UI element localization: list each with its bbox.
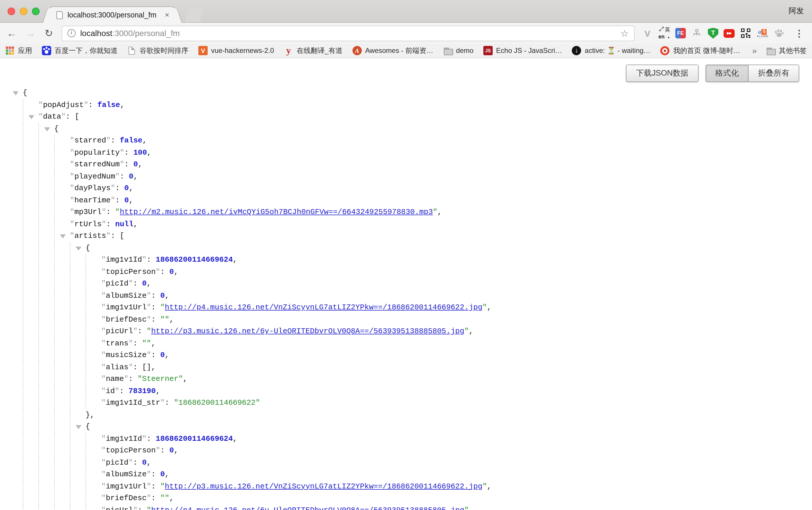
- json-line: "rtUrls": null,: [0, 218, 812, 230]
- json-line: "picUrl": "http://p4.music.126.net/6y-Ul…: [0, 505, 812, 510]
- extensions-row: V 英en FE T ▶▶ a5 PLAYER: [642, 27, 785, 39]
- close-window-button[interactable]: [7, 7, 15, 15]
- reload-button[interactable]: ↻: [43, 28, 55, 38]
- bookmark-item[interactable]: 应用: [5, 46, 32, 56]
- json-line: "img1v1Id_str": "18686200114669622": [0, 397, 812, 409]
- json-line: "alias": [],: [0, 361, 812, 373]
- url-path: :3000/personal_fm: [112, 29, 180, 38]
- back-button[interactable]: ←: [6, 28, 18, 38]
- video-speed-extension-icon[interactable]: ▶▶: [724, 29, 735, 37]
- json-line: {: [0, 421, 812, 433]
- html5-player-extension-icon[interactable]: a5 PLAYER: [757, 27, 768, 39]
- json-line: "mp3Url": "http://m2.music.126.net/ivMcQ…: [0, 206, 812, 218]
- json-tree: {"popAdjust": false,"data": [{"starred":…: [0, 87, 812, 510]
- bookmark-item[interactable]: Echo JS - JavaScri…: [483, 46, 562, 55]
- collapse-arrow-icon[interactable]: [76, 246, 81, 253]
- zoom-window-button[interactable]: [32, 7, 39, 15]
- bookmark-item[interactable]: 在线翻译_有道: [284, 46, 342, 56]
- url-text[interactable]: localhost:3000/personal_fm: [80, 29, 180, 38]
- json-line: "img1v1Id": 18686200114669624,: [0, 433, 812, 445]
- json-line: "img1v1Id": 18686200114669624,: [0, 254, 812, 266]
- json-line: "topicPerson": 0,: [0, 445, 812, 457]
- bookmark-item[interactable]: 谷歌按时间排序: [127, 46, 188, 56]
- json-url-link[interactable]: http://p3.music.126.net/6y-UleORITEDbvrO…: [151, 327, 464, 335]
- json-line: "popularity": 100,: [0, 147, 812, 159]
- profile-name[interactable]: 阿发: [789, 6, 804, 16]
- info-icon[interactable]: i: [67, 29, 76, 37]
- json-line: "briefDesc": "",: [0, 492, 812, 505]
- browser-toolbar: ← → ↻ i localhost:3000/personal_fm ☆ V 英…: [0, 23, 812, 43]
- json-line: "topicPerson": 0,: [0, 266, 812, 278]
- qrcode-extension-icon[interactable]: [740, 27, 752, 39]
- other-bookmarks-button[interactable]: 其他书签: [766, 46, 807, 56]
- json-url-link[interactable]: http://p3.music.126.net/VnZiScyynLG7atLI…: [165, 482, 483, 490]
- bookmark-label: Echo JS - JavaScri…: [496, 47, 562, 55]
- collapse-arrow-icon[interactable]: [44, 127, 50, 134]
- collapse-arrow-icon[interactable]: [13, 91, 19, 98]
- json-line: "briefDesc": "",: [0, 314, 812, 326]
- translate-extension-icon[interactable]: 英en: [659, 27, 670, 39]
- tab-title: localhost:3000/personal_fm: [67, 11, 156, 19]
- json-line: "picId": 0,: [0, 278, 812, 290]
- json-line: "data": [: [0, 111, 812, 123]
- url-bar[interactable]: i localhost:3000/personal_fm ☆: [62, 25, 635, 41]
- collapse-arrow-icon[interactable]: [60, 234, 66, 241]
- json-line: "musicSize": 0,: [0, 350, 812, 361]
- json-line: "starredNum": 0,: [0, 159, 812, 171]
- bookmark-label: 百度一下，你就知道: [55, 46, 117, 56]
- tab-close-icon[interactable]: ×: [164, 10, 170, 19]
- fe-helper-icon[interactable]: FE: [675, 28, 686, 38]
- paw-extension-icon[interactable]: [774, 27, 785, 39]
- json-line: },: [0, 409, 812, 421]
- bookmark-label: 我的首页 微博-随时…: [673, 46, 741, 56]
- bookmark-item[interactable]: 我的首页 微博-随时…: [661, 46, 741, 56]
- bookmarks-bar: 应用百度一下，你就知道谷歌按时间排序vue-hackernews-2.0在线翻译…: [0, 43, 812, 58]
- title-bar: localhost:3000/personal_fm × 阿发: [0, 0, 812, 23]
- sitemap-extension-icon[interactable]: [691, 27, 703, 39]
- json-line: "albumSize": 0,: [0, 290, 812, 302]
- json-url-link[interactable]: http://p4.music.126.net/6y-UleORITEDbvrO…: [151, 506, 464, 510]
- collapse-arrow-icon[interactable]: [29, 115, 34, 122]
- bookmark-label: vue-hackernews-2.0: [211, 47, 274, 55]
- json-url-link[interactable]: http://m2.music.126.net/ivMcQYiG5oh7BCJh…: [120, 208, 433, 216]
- bookmark-item[interactable]: 百度一下，你就知道: [42, 46, 117, 56]
- awesomes-icon: [352, 46, 362, 55]
- browser-tab[interactable]: localhost:3000/personal_fm ×: [49, 6, 176, 23]
- echojs-icon: [483, 46, 493, 55]
- baidu-icon: [42, 46, 51, 55]
- json-line: "name": "Steerner",: [0, 373, 812, 385]
- collapse-all-button[interactable]: 折叠所有: [748, 64, 799, 82]
- json-line: "picId": 0,: [0, 457, 812, 469]
- new-tab-button[interactable]: [185, 7, 204, 22]
- bookmark-item[interactable]: vue-hackernews-2.0: [198, 46, 274, 55]
- vue-icon: [198, 46, 208, 55]
- json-line: {: [0, 242, 812, 254]
- apps-icon: [6, 47, 14, 55]
- json-line: {: [0, 87, 812, 99]
- bookmark-item[interactable]: active: ⏳ - waiting…: [572, 46, 650, 55]
- download-json-button[interactable]: 下载JSON数据: [626, 64, 698, 82]
- json-line: "albumSize": 0,: [0, 469, 812, 481]
- page-icon: [128, 47, 135, 55]
- json-url-link[interactable]: http://p4.music.126.net/VnZiScyynLG7atLI…: [165, 303, 483, 312]
- bookmark-item[interactable]: demo: [443, 46, 473, 56]
- bookmarks-overflow-chevron[interactable]: »: [752, 46, 757, 55]
- forward-button: →: [24, 28, 36, 38]
- json-line: "hearTime": 0,: [0, 194, 812, 206]
- format-button[interactable]: 格式化: [705, 64, 748, 82]
- folder-icon: [766, 46, 775, 56]
- json-line: "picUrl": "http://p3.music.126.net/6y-Ul…: [0, 326, 812, 337]
- json-line: "img1v1Url": "http://p4.music.126.net/Vn…: [0, 302, 812, 314]
- collapse-arrow-icon[interactable]: [76, 425, 81, 432]
- minimize-window-button[interactable]: [20, 7, 27, 15]
- url-host: localhost: [80, 29, 113, 38]
- bookmark-item[interactable]: Awesomes - 前端资…: [352, 46, 433, 56]
- browser-menu-icon[interactable]: ⋮: [792, 28, 806, 39]
- vue-devtools-icon[interactable]: V: [642, 27, 653, 39]
- json-line: "img1v1Url": "http://p3.music.126.net/Vn…: [0, 481, 812, 492]
- folder-icon: [443, 46, 453, 56]
- bookmark-star-icon[interactable]: ☆: [620, 28, 629, 39]
- json-line: "popAdjust": false,: [0, 99, 812, 111]
- bookmark-label: Awesomes - 前端资…: [365, 46, 433, 56]
- green-shield-extension-icon[interactable]: T: [708, 28, 718, 39]
